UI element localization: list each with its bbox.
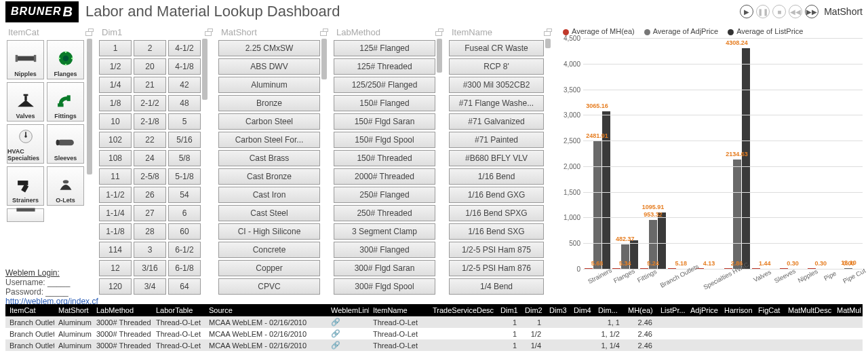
itemname-option[interactable]: Fuseal CR Waste: [449, 40, 544, 56]
labmethod-option[interactable]: 150# Flgd Saran: [334, 113, 435, 130]
stop-icon[interactable]: ■: [772, 5, 786, 18]
matshort-option[interactable]: Cast Steel: [218, 205, 320, 221]
itemcat-tile[interactable]: O-Lets: [47, 166, 84, 206]
column-header[interactable]: Harrison: [720, 304, 754, 316]
itemcat-tile[interactable]: Nipples: [7, 40, 44, 79]
itemname-option[interactable]: 1/16 Bend SPXG: [449, 205, 544, 221]
column-header[interactable]: ItemCat: [5, 304, 54, 316]
dim1-option[interactable]: 114: [99, 242, 132, 258]
matshort-option[interactable]: Cast Bronze: [218, 168, 320, 185]
labmethod-option[interactable]: 150# Flgd Spool: [334, 132, 435, 148]
column-header[interactable]: Dim2: [521, 304, 545, 316]
labmethod-option[interactable]: 300# Flgd Saran: [334, 260, 435, 276]
itemname-option[interactable]: 1/4 Bend: [449, 278, 544, 295]
dim1-option[interactable]: 27: [134, 205, 166, 221]
dim1-option[interactable]: 1/2: [99, 58, 132, 75]
dim1-option[interactable]: 5: [168, 113, 201, 130]
dim1-option[interactable]: 5/8: [168, 150, 201, 166]
matshort-option[interactable]: CPVC: [218, 278, 320, 295]
labmethod-option[interactable]: 125# Flanged: [334, 40, 435, 56]
dim1-option[interactable]: 3: [134, 242, 166, 258]
clear-filter-icon[interactable]: [542, 29, 552, 37]
dim1-option[interactable]: 1-1/2: [99, 187, 132, 203]
link-icon[interactable]: 🔗: [331, 341, 340, 349]
scrollbar[interactable]: [202, 39, 208, 297]
dim1-option[interactable]: 26: [134, 187, 166, 203]
scrollbar[interactable]: [437, 39, 442, 297]
matshort-option[interactable]: Aluminum: [218, 77, 320, 93]
table-row[interactable]: Branch OutletsAluminum3000# ThreadedThre…: [5, 316, 863, 328]
itemname-option[interactable]: #71 Painted: [449, 132, 544, 148]
dim1-option[interactable]: 5-1/8: [168, 168, 201, 185]
labmethod-option[interactable]: 150# Flanged: [334, 95, 435, 111]
matshort-option[interactable]: Concrete: [218, 242, 320, 258]
dim1-option[interactable]: 2-5/8: [134, 168, 166, 185]
bar[interactable]: [733, 160, 741, 269]
dim1-option[interactable]: 1/4: [99, 77, 132, 93]
column-header[interactable]: WeblemLink: [327, 304, 369, 316]
matshort-option[interactable]: ABS DWV: [218, 58, 320, 75]
labmethod-option[interactable]: 125# Threaded: [334, 58, 435, 75]
dim1-option[interactable]: 54: [168, 187, 201, 203]
dim1-option[interactable]: 20: [134, 58, 166, 75]
dim1-option[interactable]: 102: [99, 132, 132, 148]
dim1-option[interactable]: 12: [99, 260, 132, 276]
bar[interactable]: [593, 141, 601, 269]
dim1-option[interactable]: 21: [134, 77, 166, 93]
itemname-option[interactable]: RCP 8': [449, 58, 544, 75]
prev-icon[interactable]: ◀◀: [789, 5, 802, 18]
dim1-option[interactable]: 4-1/2: [168, 40, 201, 56]
column-header[interactable]: Source: [205, 304, 327, 316]
matshort-option[interactable]: 2.25 CMxSW: [218, 40, 320, 56]
itemcat-tile[interactable]: Valves: [7, 82, 44, 122]
dim1-option[interactable]: 22: [134, 132, 166, 148]
column-header[interactable]: FigCat: [754, 304, 784, 316]
scrollbar[interactable]: [87, 39, 92, 297]
clear-filter-icon[interactable]: [319, 29, 328, 37]
table-row[interactable]: Branch OutletsAluminum3000# ThreadedThre…: [5, 339, 863, 351]
scrollbar[interactable]: [545, 39, 551, 297]
matshort-option[interactable]: Cast Iron: [218, 187, 320, 203]
labmethod-option[interactable]: 150# Threaded: [334, 150, 435, 166]
matshort-option[interactable]: Bronze: [218, 95, 320, 111]
labmethod-option[interactable]: 2000# Threaded: [334, 168, 435, 185]
dim1-option[interactable]: 6-1/8: [168, 260, 201, 276]
matshort-option[interactable]: CI - High Silicone: [218, 223, 320, 240]
bar[interactable]: [742, 48, 750, 270]
itemname-option[interactable]: 1/16 Bend GXG: [449, 187, 544, 203]
clear-filter-icon[interactable]: [84, 29, 94, 37]
clear-filter-icon[interactable]: [203, 29, 213, 37]
dim1-option[interactable]: 3/4: [134, 278, 166, 295]
itemname-option[interactable]: #71 Flange Washe...: [449, 95, 544, 111]
column-header[interactable]: Dim...: [594, 304, 624, 316]
dim1-option[interactable]: 28: [134, 223, 166, 240]
dim1-option[interactable]: 4-1/8: [168, 58, 201, 75]
labmethod-option[interactable]: 3 Segment Clamp: [334, 223, 435, 240]
dim1-option[interactable]: 1: [99, 40, 132, 56]
dim1-option[interactable]: 42: [168, 77, 201, 93]
column-header[interactable]: LabMethod: [92, 304, 152, 316]
column-header[interactable]: MH(ea): [624, 304, 656, 316]
labmethod-option[interactable]: 250# Threaded: [334, 205, 435, 221]
column-header[interactable]: TradeServiceDesc: [429, 304, 496, 316]
dim1-option[interactable]: 5/16: [168, 132, 201, 148]
link-icon[interactable]: 🔗: [331, 318, 340, 326]
clear-filter-icon[interactable]: [434, 29, 443, 37]
link-icon[interactable]: 🔗: [331, 329, 340, 337]
dim1-option[interactable]: 108: [99, 150, 132, 166]
labmethod-option[interactable]: 250# Flanged: [334, 187, 435, 203]
itemcat-tile[interactable]: Sleeves: [47, 124, 84, 164]
itemname-option[interactable]: #300 Mil 3052CB2: [449, 77, 544, 93]
matshort-option[interactable]: Carbon Steel For...: [218, 132, 320, 148]
dim1-option[interactable]: 60: [168, 223, 201, 240]
itemname-option[interactable]: 1/16 Bend SXG: [449, 223, 544, 240]
itemname-option[interactable]: 1/2-5 PSI Ham 876: [449, 260, 544, 276]
scrollbar[interactable]: [321, 39, 327, 297]
dim1-option[interactable]: 1-1/8: [99, 223, 132, 240]
itemcat-tile[interactable]: Flanges: [47, 40, 84, 79]
matshort-option[interactable]: Cast Brass: [218, 150, 320, 166]
column-header[interactable]: MatShort: [54, 304, 92, 316]
play-icon[interactable]: ▶: [740, 5, 753, 18]
dim1-option[interactable]: 6: [168, 205, 201, 221]
pause-icon[interactable]: ❚❚: [756, 5, 770, 18]
